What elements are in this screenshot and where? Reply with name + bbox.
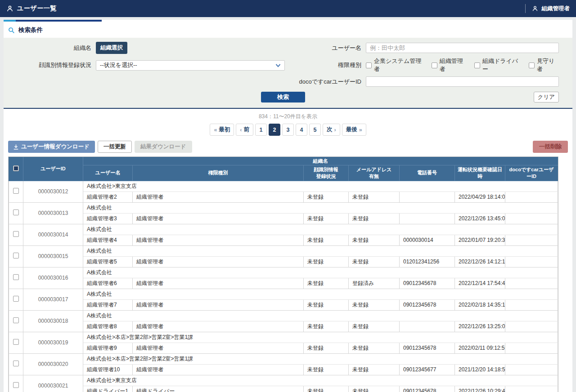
doco-id-header: docoですcarユーザーID bbox=[505, 165, 558, 181]
user-name-input[interactable] bbox=[366, 43, 559, 53]
permission-checkbox[interactable] bbox=[432, 62, 437, 68]
search-button[interactable]: 検索 bbox=[261, 92, 305, 102]
main-content: 検索条件 組織名 組織選択 ユーザー名 顔識別情報登録状況 --状況を選択-- … bbox=[4, 20, 572, 392]
org-path-cell: A株式会社>東京支店 bbox=[83, 181, 558, 192]
select-all-checkbox[interactable] bbox=[13, 165, 19, 171]
permission-option[interactable]: 見守り者 bbox=[529, 57, 559, 73]
action-toolbar: ユーザー情報ダウンロード 一括更新 結果ダウンロード 一括削除 bbox=[8, 141, 568, 153]
permission-option[interactable]: 組織ドライバー bbox=[474, 57, 522, 73]
row-select-cell bbox=[9, 202, 23, 224]
page-button-label: 3 bbox=[287, 127, 290, 133]
phone-cell: 012012341256 bbox=[400, 256, 455, 267]
user-name-cell: 組織管理者2 bbox=[83, 192, 133, 202]
face-status-cell: 未登録 bbox=[304, 192, 349, 202]
page-number-button[interactable]: 5 bbox=[309, 124, 321, 136]
phone-cell bbox=[400, 213, 455, 224]
org-path-cell: A株式会社 bbox=[83, 289, 558, 299]
page-title: ユーザー一覧 bbox=[17, 4, 57, 13]
permission-cell: 組織ドライバー bbox=[133, 386, 304, 392]
permission-cell: 組織管理者 bbox=[133, 256, 304, 267]
table-row: 0000030017A株式会社 bbox=[9, 289, 558, 299]
doco-id-cell bbox=[505, 256, 558, 267]
user-id-header: ユーザーID bbox=[23, 157, 83, 181]
permission-checkbox[interactable] bbox=[529, 62, 535, 68]
navbar-title-group: ユーザー一覧 bbox=[6, 4, 57, 13]
row-checkbox[interactable] bbox=[13, 382, 19, 388]
row-checkbox[interactable] bbox=[13, 231, 19, 237]
page-number-button[interactable]: 2 bbox=[269, 124, 280, 136]
permission-cell: 組織管理者 bbox=[133, 299, 304, 310]
row-select-cell bbox=[9, 224, 23, 245]
row-select-cell bbox=[9, 267, 23, 289]
clear-button[interactable]: クリア bbox=[534, 92, 559, 102]
phone-header: 電話番号 bbox=[400, 165, 455, 181]
person-icon bbox=[532, 5, 538, 12]
face-status-header: 顔識別情報登録状況 bbox=[304, 165, 349, 181]
org-path-cell: A株式会社 bbox=[83, 267, 558, 278]
account-menu[interactable]: 組織管理者 bbox=[525, 4, 570, 13]
row-checkbox[interactable] bbox=[13, 253, 19, 258]
mail-status-cell: 未登録 bbox=[349, 386, 400, 392]
mail-status-cell: 未登録 bbox=[349, 299, 400, 310]
search-icon bbox=[8, 27, 15, 34]
doco-id-cell bbox=[505, 192, 558, 202]
face-status-cell: 未登録 bbox=[304, 386, 349, 392]
download-icon bbox=[14, 144, 18, 150]
user-id-cell: 0000030016 bbox=[23, 267, 83, 289]
row-select-cell bbox=[9, 353, 23, 375]
row-select-cell bbox=[9, 332, 23, 353]
org-path-cell: A株式会社>東京支店 bbox=[83, 375, 558, 386]
page-first-button[interactable]: «最初 bbox=[210, 124, 234, 136]
page-prev-button[interactable]: ‹前 bbox=[236, 124, 253, 136]
table-row-details: 組織管理者3組織管理者未登録未登録2022/12/26 13:45:09 bbox=[9, 213, 558, 224]
page-number-button[interactable]: 1 bbox=[255, 124, 267, 136]
face-status-cell: 未登録 bbox=[304, 235, 349, 245]
user-name-label: ユーザー名 bbox=[285, 44, 366, 52]
row-checkbox[interactable] bbox=[13, 188, 19, 194]
page-last-button[interactable]: 最後» bbox=[342, 124, 366, 136]
permission-cell: 組織管理者 bbox=[133, 192, 304, 202]
row-checkbox[interactable] bbox=[13, 209, 19, 215]
face-status-cell: 未登録 bbox=[304, 343, 349, 353]
user-name-cell: 組織管理者5 bbox=[83, 256, 133, 267]
page-next-button[interactable]: 次› bbox=[323, 124, 340, 136]
row-checkbox[interactable] bbox=[13, 274, 19, 280]
page-number-button[interactable]: 4 bbox=[296, 124, 307, 136]
datetime-cell: 2022/12/14 17:54:44 bbox=[455, 278, 505, 289]
bulk-update-button[interactable]: 一括更新 bbox=[98, 141, 132, 153]
row-checkbox[interactable] bbox=[13, 361, 19, 366]
face-status-select[interactable]: --状況を選択-- bbox=[96, 60, 285, 71]
org-path-cell: A株式会社>本店>営業2部>営業2室>営業1課 bbox=[83, 332, 558, 343]
user-id-cell: 0000030013 bbox=[23, 202, 83, 224]
bulk-delete-button[interactable]: 一括削除 bbox=[533, 141, 568, 153]
phone-cell: 0000030014 bbox=[400, 235, 455, 245]
user-table-wrap: ユーザーID組織名ユーザー名権限種別顔識別情報登録状況メールアドレス有無電話番号… bbox=[8, 156, 568, 392]
doco-id-cell bbox=[505, 299, 558, 310]
face-status-cell: 未登録 bbox=[304, 321, 349, 332]
mail-status-cell: 未登録 bbox=[349, 343, 400, 353]
permission-option[interactable]: 組織管理者 bbox=[432, 57, 467, 73]
face-status-cell: 未登録 bbox=[304, 299, 349, 310]
page-number-button[interactable]: 3 bbox=[282, 124, 294, 136]
doco-user-id-input[interactable] bbox=[366, 76, 559, 87]
row-checkbox[interactable] bbox=[13, 317, 19, 323]
permission-checkbox[interactable] bbox=[366, 62, 372, 68]
user-id-cell: 0000030017 bbox=[23, 289, 83, 310]
permission-checkbox[interactable] bbox=[474, 62, 480, 68]
table-row: 0000030021A株式会社>東京支店 bbox=[9, 375, 558, 386]
org-select-button[interactable]: 組織選択 bbox=[96, 42, 127, 54]
user-name-cell: 組織管理者3 bbox=[83, 213, 133, 224]
permission-option-label: 企業システム管理者 bbox=[374, 57, 424, 73]
user-table: ユーザーID組織名ユーザー名権限種別顔識別情報登録状況メールアドレス有無電話番号… bbox=[9, 157, 558, 392]
row-checkbox[interactable] bbox=[13, 296, 19, 302]
mail-status-cell: 未登録 bbox=[349, 256, 400, 267]
download-users-button[interactable]: ユーザー情報ダウンロード bbox=[8, 141, 95, 153]
page-button-label: 最後 bbox=[346, 126, 357, 134]
user-name-cell: 組織管理者8 bbox=[83, 321, 133, 332]
doco-user-id-label: docoですcarユーザーID bbox=[285, 78, 366, 86]
row-checkbox[interactable] bbox=[13, 339, 19, 345]
permission-option[interactable]: 企業システム管理者 bbox=[366, 57, 424, 73]
doco-id-cell bbox=[505, 364, 558, 375]
row-select-cell bbox=[9, 310, 23, 332]
permission-type-label: 権限種別 bbox=[285, 61, 366, 69]
